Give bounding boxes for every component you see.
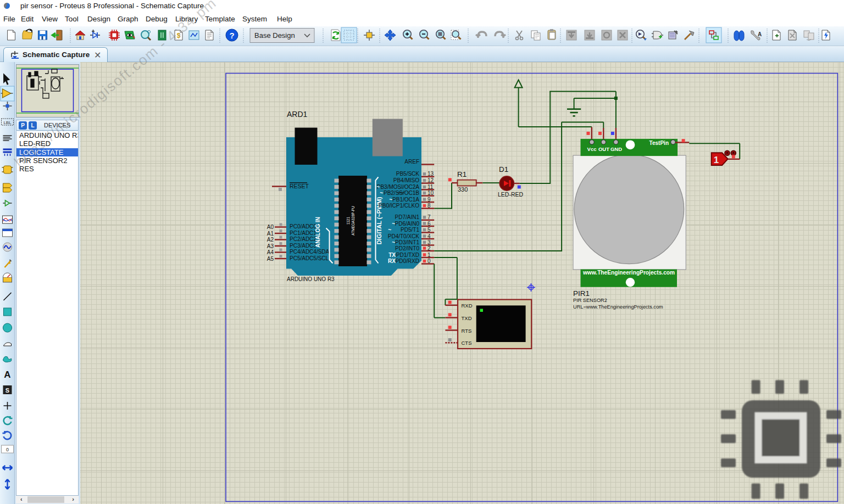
svg-text:PD2/INT0: PD2/INT0 <box>395 245 419 251</box>
svg-text:PB1/OC1A: PB1/OC1A <box>392 197 419 203</box>
svg-text:5: 5 <box>427 227 431 233</box>
svg-text:PD3/INT1: PD3/INT1 <box>395 239 419 245</box>
svg-text:1: 1 <box>714 155 719 165</box>
svg-text:~: ~ <box>388 227 391 233</box>
svg-text:PC3/ADC3: PC3/ADC3 <box>290 243 316 249</box>
svg-text:11: 11 <box>427 184 434 190</box>
svg-text:PD4/T0/XCK: PD4/T0/XCK <box>388 233 420 239</box>
svg-text:www.TheEngineeringProjects.com: www.TheEngineeringProjects.com <box>582 270 675 276</box>
svg-text:ANALOG IN: ANALOG IN <box>315 217 321 248</box>
svg-text:1121: 1121 <box>346 217 350 225</box>
svg-text:TXD: TXD <box>462 315 472 321</box>
svg-text:?: ? <box>229 31 234 40</box>
svg-text:2: 2 <box>427 245 431 251</box>
svg-text:~: ~ <box>380 190 383 196</box>
svg-text:ARDUINO UNO R3: ARDUINO UNO R3 <box>287 276 335 282</box>
svg-text:PIR1: PIR1 <box>573 289 590 298</box>
svg-text:PD0/RXD: PD0/RXD <box>396 258 419 264</box>
svg-text:PB4/MISO: PB4/MISO <box>393 177 419 183</box>
svg-text:A2: A2 <box>267 237 274 243</box>
svg-text:RXD: RXD <box>462 303 473 309</box>
svg-text:URL=www.TheEngineeringProjects: URL=www.TheEngineeringProjects.com <box>573 304 663 310</box>
svg-text:~: ~ <box>376 184 380 190</box>
svg-text:A1: A1 <box>267 231 274 237</box>
svg-text:LED-RED: LED-RED <box>498 191 524 198</box>
svg-text:D1: D1 <box>499 165 508 173</box>
svg-text:PB0/ICP1/CLKO: PB0/ICP1/CLKO <box>379 203 419 209</box>
svg-text:330: 330 <box>458 186 468 193</box>
svg-text:PB3/MOSI/OC2A: PB3/MOSI/OC2A <box>377 184 420 190</box>
svg-text:TX: TX <box>388 252 396 258</box>
svg-text:CTS: CTS <box>462 340 472 346</box>
svg-text:$: $ <box>177 32 181 40</box>
svg-text:4: 4 <box>427 233 431 239</box>
svg-text:13: 13 <box>427 171 434 177</box>
svg-text:PC0/ADC0: PC0/ADC0 <box>290 223 316 229</box>
svg-text:PB5/SCK: PB5/SCK <box>396 171 420 177</box>
svg-text:PC5/ADC5/SCL: PC5/ADC5/SCL <box>290 255 329 261</box>
svg-text:GND: GND <box>610 146 622 152</box>
svg-text:A: A <box>4 369 10 380</box>
svg-text:PC4/ADC4/SDA: PC4/ADC4/SDA <box>290 249 330 255</box>
svg-text:A3: A3 <box>267 243 274 249</box>
svg-text:TestPin: TestPin <box>649 140 669 146</box>
svg-text:0: 0 <box>6 447 9 452</box>
svg-text:~: ~ <box>392 221 395 227</box>
svg-text:A: A <box>758 31 762 37</box>
svg-text:Vcc: Vcc <box>587 146 597 152</box>
svg-text:PD6/AIN0: PD6/AIN0 <box>395 221 420 227</box>
svg-text:1: 1 <box>427 252 431 258</box>
svg-text:A5: A5 <box>267 256 274 262</box>
svg-text:LBL: LBL <box>3 120 12 125</box>
svg-text:3: 3 <box>427 239 431 245</box>
svg-text:RESET: RESET <box>290 183 309 189</box>
svg-text:S: S <box>5 387 9 394</box>
svg-text:ATMEGA328P-PU: ATMEGA328P-PU <box>351 206 355 236</box>
svg-text:PC1/ADC1: PC1/ADC1 <box>290 230 316 236</box>
svg-text:PIR SENSOR2: PIR SENSOR2 <box>573 298 607 303</box>
svg-text:ARD1: ARD1 <box>287 110 308 119</box>
svg-text:PC2/ADC2: PC2/ADC2 <box>290 236 316 242</box>
svg-text:~: ~ <box>389 197 392 203</box>
svg-text:AREF: AREF <box>404 159 419 165</box>
svg-text:0: 0 <box>427 258 431 264</box>
svg-text:PD7/AIN1: PD7/AIN1 <box>395 214 420 220</box>
svg-text:~: ~ <box>392 239 395 245</box>
svg-text:7: 7 <box>427 214 431 220</box>
svg-text:10: 10 <box>427 190 434 196</box>
svg-text:8: 8 <box>427 203 431 209</box>
svg-text:A4: A4 <box>267 249 274 255</box>
svg-text:6: 6 <box>427 221 431 227</box>
svg-text:12: 12 <box>427 177 434 183</box>
svg-text:RTS: RTS <box>462 328 472 334</box>
svg-text:PD5/T1: PD5/T1 <box>401 227 419 233</box>
svg-text:PD1/TXD: PD1/TXD <box>396 252 419 258</box>
svg-text:OUT: OUT <box>598 146 609 152</box>
svg-text:Base Design: Base Design <box>254 31 295 40</box>
svg-text:9: 9 <box>427 197 431 203</box>
svg-text:RX: RX <box>388 258 396 264</box>
svg-text:A0: A0 <box>267 224 274 230</box>
svg-text:R1: R1 <box>457 170 467 178</box>
